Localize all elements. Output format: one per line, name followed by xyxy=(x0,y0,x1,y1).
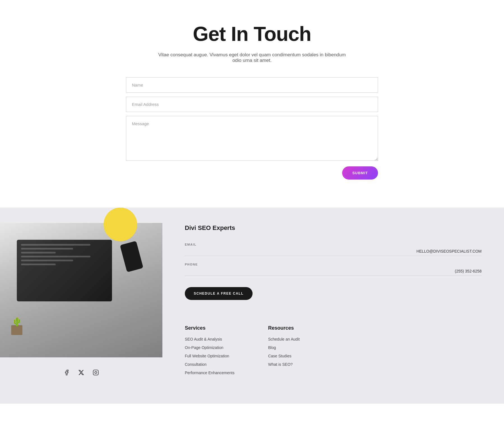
footer-right: Divi SEO Experts EMAIL HELLO@DIVISEOSPEC… xyxy=(162,208,504,404)
resource-link-2[interactable]: Blog xyxy=(268,345,276,350)
resources-heading: Resources xyxy=(268,325,300,331)
social-row xyxy=(0,360,162,385)
services-list: SEO Audit & Analysis On-Page Optimizatio… xyxy=(185,337,234,375)
plant-pot xyxy=(11,325,22,335)
decorative-circle xyxy=(104,208,137,241)
footer-left: 🌵 xyxy=(0,208,162,404)
footer-section: 🌵 xyxy=(0,208,504,404)
contact-subtitle: Vitae consequat augue. Vivamus eget dolo… xyxy=(154,52,350,63)
email-value: HELLO@DIVISEOSPECIALIST.COM xyxy=(185,249,482,256)
resources-list: Schedule an Audit Blog Case Studies What… xyxy=(268,337,300,367)
service-link-3[interactable]: Full Website Optimization xyxy=(185,354,229,358)
plant-decoration: 🌵 xyxy=(8,315,25,335)
company-name: Divi SEO Experts xyxy=(185,224,482,232)
list-item: Performance Enhancements xyxy=(185,370,234,375)
screen-line-4 xyxy=(21,256,90,257)
footer-nav: Services SEO Audit & Analysis On-Page Op… xyxy=(185,325,482,375)
resources-column: Resources Schedule an Audit Blog Case St… xyxy=(268,325,300,375)
contact-info: EMAIL HELLO@DIVISEOSPECIALIST.COM PHONE … xyxy=(185,243,482,276)
screen-line-6 xyxy=(21,264,56,265)
laptop-screen xyxy=(17,240,112,301)
services-column: Services SEO Audit & Analysis On-Page Op… xyxy=(185,325,234,375)
phone-label: PHONE xyxy=(185,263,482,266)
submit-button[interactable]: SUBMIT xyxy=(342,166,378,180)
resource-link-4[interactable]: What is SEO? xyxy=(268,362,293,367)
email-input[interactable] xyxy=(126,97,378,112)
twitter-x-icon[interactable] xyxy=(77,369,85,376)
contact-form: SUBMIT xyxy=(126,77,378,180)
list-item: On-Page Optimization xyxy=(185,345,234,350)
service-link-2[interactable]: On-Page Optimization xyxy=(185,345,223,350)
laptop-decoration xyxy=(17,240,112,301)
service-link-4[interactable]: Consultation xyxy=(185,362,207,367)
image-inner: 🌵 xyxy=(0,223,162,357)
name-input[interactable] xyxy=(126,77,378,93)
schedule-call-button[interactable]: SCHEDULE A FREE CALL xyxy=(185,287,253,300)
screen-line-1 xyxy=(21,244,90,246)
facebook-icon[interactable] xyxy=(63,369,71,376)
resource-link-3[interactable]: Case Studies xyxy=(268,354,291,358)
list-item: Schedule an Audit xyxy=(268,337,300,342)
svg-rect-0 xyxy=(93,370,98,375)
footer-image: 🌵 xyxy=(0,223,162,357)
list-item: Blog xyxy=(268,345,300,350)
phone-value: (255) 352-6258 xyxy=(185,269,482,276)
plant-leaves: 🌵 xyxy=(10,317,24,327)
screen-line-5 xyxy=(21,260,73,261)
list-item: Consultation xyxy=(185,362,234,367)
screen-line-3 xyxy=(21,252,56,253)
service-link-1[interactable]: SEO Audit & Analysis xyxy=(185,337,222,341)
message-input[interactable] xyxy=(126,116,378,161)
instagram-icon[interactable] xyxy=(92,369,100,376)
resource-link-1[interactable]: Schedule an Audit xyxy=(268,337,300,341)
list-item: Full Website Optimization xyxy=(185,353,234,358)
screen-line-2 xyxy=(21,248,73,250)
page-title: Get In Touch xyxy=(193,22,311,45)
email-label: EMAIL xyxy=(185,243,482,246)
submit-row: SUBMIT xyxy=(126,166,378,180)
list-item: What is SEO? xyxy=(268,362,300,367)
service-link-5[interactable]: Performance Enhancements xyxy=(185,371,234,375)
services-heading: Services xyxy=(185,325,234,331)
list-item: Case Studies xyxy=(268,353,300,358)
phone-decoration xyxy=(120,241,143,272)
contact-section: Get In Touch Vitae consequat augue. Viva… xyxy=(0,0,504,208)
list-item: SEO Audit & Analysis xyxy=(185,337,234,342)
